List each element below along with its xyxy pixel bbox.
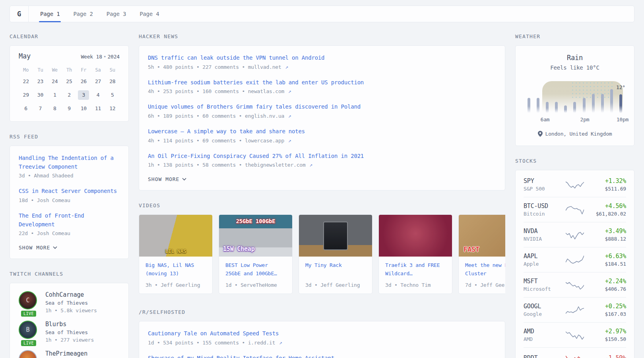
tab-page-2[interactable]: Page 2 — [68, 6, 97, 22]
external-link-icon[interactable]: ↗ — [288, 88, 291, 94]
calendar-day: 6 — [20, 104, 31, 113]
stock-sparkline — [562, 204, 588, 215]
calendar-day: 26 — [78, 77, 89, 86]
stock-row: BTC-USDBitcoin +4.56%$61,820.02 — [524, 197, 626, 222]
reddit-item-title[interactable]: Cautionary Tale on Automated Speed Tests — [148, 329, 496, 338]
hn-item-meta: 1h • 138 points • 58 comments • thebigne… — [148, 162, 496, 168]
external-link-icon[interactable]: ↗ — [309, 162, 312, 168]
calendar-grid: Mo Tu We Th Fr Sa Su 22 23 24 25 26 27 2… — [19, 67, 120, 113]
stock-sparkline — [562, 304, 588, 315]
reddit-section-title: /R/SELFHOSTED — [139, 309, 505, 315]
hn-item: An Oil Price-Fixing Conspiracy Caused 27… — [148, 152, 496, 168]
stock-ticker[interactable]: AAPL — [524, 253, 562, 260]
stock-ticker[interactable]: MSFT — [524, 278, 562, 285]
time-label: 6am — [541, 117, 550, 123]
rss-item-title[interactable]: Handling The Indentation of a Treeview C… — [19, 154, 120, 171]
stock-sparkline — [562, 254, 588, 265]
rss-item-title[interactable]: CSS in React Server Components — [19, 187, 120, 196]
stock-change: +3.49% — [588, 228, 626, 235]
twitch-channel-name[interactable]: CohhCarnage — [45, 291, 97, 298]
rss-show-more-button[interactable]: SHOW MORE — [19, 245, 120, 251]
weather-section-title: WEATHER — [515, 33, 634, 39]
video-thumbnail[interactable] — [299, 215, 372, 257]
weather-bar — [564, 105, 567, 113]
stock-ticker[interactable]: NVDA — [524, 228, 562, 235]
stock-change: +1.32% — [588, 177, 626, 185]
hn-item-title[interactable]: Unique volumes of Brothers Grimm fairy t… — [148, 103, 496, 111]
dow-label: Mo — [23, 67, 29, 73]
twitch-avatar[interactable]: C — [19, 291, 37, 309]
stock-change: +0.25% — [588, 303, 626, 310]
weather-bar — [583, 98, 586, 113]
tab-page-3[interactable]: Page 3 — [102, 6, 131, 22]
stock-name: NVIDIA — [524, 236, 562, 242]
calendar-card: May Week 18•2024 Mo Tu We Th Fr Sa Su 22… — [10, 45, 129, 122]
hn-show-more-button[interactable]: SHOW MORE — [148, 176, 496, 182]
tab-page-4[interactable]: Page 4 — [135, 6, 164, 22]
stock-sparkline — [562, 229, 588, 240]
weather-bar — [592, 94, 595, 113]
top-navigation-bar: G Page 1 Page 2 Page 3 Page 4 — [10, 6, 634, 22]
stock-name: AMD — [524, 336, 562, 342]
video-title[interactable]: Traefik 3 and FREE Wildcard… — [385, 261, 446, 278]
calendar-day: 11 — [93, 104, 104, 113]
stock-ticker[interactable]: BTC-USD — [524, 202, 562, 210]
dow-label: Su — [110, 67, 115, 73]
chevron-down-icon — [53, 246, 57, 249]
rss-item: CSS in React Server Components 18d • Jos… — [19, 187, 120, 203]
reddit-item-title[interactable]: Showcase of my Mixed Reality Interface f… — [148, 354, 496, 358]
rss-item-title[interactable]: The End of Front-End Development — [19, 212, 120, 229]
video-title[interactable]: Meet the new Linux Cluster — [465, 261, 505, 278]
time-label: 10pm — [617, 117, 629, 123]
hn-item-title[interactable]: DNS traffic can leak outside the VPN tun… — [148, 54, 496, 62]
video-title[interactable]: BEST Low Power 25GbE and 100GbE Switch… — [225, 261, 286, 278]
stock-ticker[interactable]: SPY — [524, 177, 562, 185]
reddit-item: Showcase of my Mixed Reality Interface f… — [148, 354, 496, 358]
rss-item-meta: 3d • Ahmad Shadeed — [19, 173, 120, 179]
stock-ticker[interactable]: AMD — [524, 328, 562, 335]
weather-card: Rain Feels like 10°C 12° 6am 2pm 10pm Lo… — [515, 45, 634, 146]
video-thumbnail[interactable]: 25GbE 100GbE 15W Cheap — [219, 215, 292, 257]
video-thumbnail[interactable]: LIL NAS — [139, 215, 212, 257]
twitch-avatar[interactable] — [19, 350, 37, 358]
video-title[interactable]: My Tiny Rack — [305, 261, 366, 278]
thumbnail-text: 25GbE 100GbE — [236, 218, 275, 224]
weather-bar — [546, 102, 549, 113]
dow-label: Fr — [81, 67, 86, 73]
rss-item: The End of Front-End Development 22d • J… — [19, 212, 120, 236]
app-logo: G — [10, 6, 29, 22]
stock-row: RDDT -1.59% — [524, 347, 626, 358]
hn-item: Lithium-free sodium batteries exit the l… — [148, 78, 496, 95]
weather-bar — [528, 98, 530, 113]
stock-row: AAPLApple +6.63%$184.51 — [524, 247, 626, 272]
videos-row: LIL NAS Big NAS, Lil NAS (moving 13) 3h … — [139, 214, 505, 294]
dow-label: We — [52, 67, 58, 73]
stock-price: $184.51 — [588, 261, 626, 267]
stock-ticker[interactable]: RDDT — [524, 354, 562, 358]
external-link-icon[interactable]: ↗ — [288, 138, 291, 144]
external-link-icon[interactable]: ↗ — [288, 113, 291, 119]
video-title[interactable]: Big NAS, Lil NAS (moving 13) — [145, 261, 206, 278]
hn-item-title[interactable]: Lithium-free sodium batteries exit the l… — [148, 78, 496, 87]
twitch-widget: TWITCH CHANNELS C LIVE CohhCarnage Sea o… — [10, 271, 129, 358]
hn-item-title[interactable]: Lowercase – A simple way to take and sha… — [148, 127, 496, 136]
external-link-icon[interactable]: ↗ — [279, 340, 282, 346]
video-card: 25GbE 100GbE 15W Cheap BEST Low Power 25… — [219, 214, 293, 294]
video-card: Traefik 3 and FREE Wildcard… 3d • Techno… — [378, 214, 452, 294]
stock-name: S&P 500 — [524, 186, 562, 192]
rss-item-meta: 22d • Josh Comeau — [19, 230, 120, 236]
tab-page-1[interactable]: Page 1 — [35, 6, 64, 22]
calendar-day: 9 — [64, 104, 75, 113]
location-pin-icon — [538, 131, 543, 137]
hn-item-title[interactable]: An Oil Price-Fixing Conspiracy Caused 27… — [148, 152, 496, 161]
twitch-channel-name[interactable]: ThePrimeagen — [45, 350, 87, 357]
twitch-channel-name[interactable]: Blurbs — [45, 321, 94, 328]
video-thumbnail[interactable] — [379, 215, 452, 257]
weather-bar — [573, 102, 576, 113]
twitch-avatar[interactable]: B — [19, 321, 37, 339]
video-thumbnail[interactable]: FAST — [459, 215, 505, 257]
stocks-section-title: STOCKS — [515, 158, 634, 164]
external-link-icon[interactable]: ↗ — [285, 64, 288, 70]
stock-ticker[interactable]: GOOGL — [524, 303, 562, 310]
videos-section-title: VIDEOS — [139, 202, 505, 208]
